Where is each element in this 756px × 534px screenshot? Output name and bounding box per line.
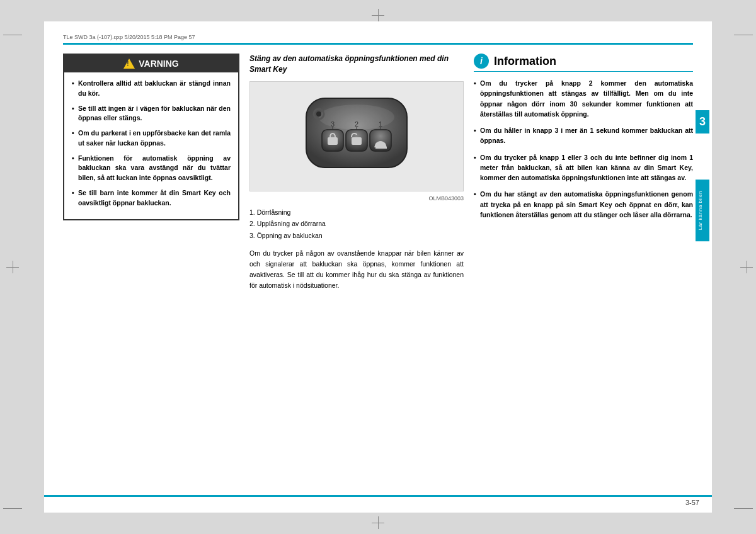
svg-text:2: 2 — [355, 120, 358, 128]
warning-header: VARNING — [64, 55, 238, 72]
top-decorative-line — [63, 43, 693, 45]
svg-text:3: 3 — [331, 120, 335, 128]
svg-rect-5 — [328, 137, 338, 145]
warning-item-1: Kontrollera alltid att bakluckan är stän… — [72, 79, 231, 99]
warning-item-5: Se till barn inte kommer åt din Smart Ke… — [72, 188, 231, 208]
info-item-1: Om du trycker på knapp 2 kommer den auto… — [474, 78, 693, 119]
key-label-3: 3. Öppning av bakluckan — [249, 230, 464, 242]
info-item-2: Om du håller in knapp 3 i mer än 1 sekun… — [474, 125, 693, 146]
info-item-3: Om du trycker på knapp 1 eller 3 och du … — [474, 152, 693, 183]
warning-item-3: Om du parkerat i en uppförsbacke kan det… — [72, 128, 231, 149]
smart-key-image: 3 2 1 — [249, 81, 464, 191]
bottom-decorative-line — [44, 495, 712, 497]
key-label-2: 2. Upplåsning av dörrarna — [249, 218, 464, 230]
trim-mark — [3, 508, 22, 509]
information-column: i Information Om du trycker på knapp 2 k… — [474, 54, 693, 290]
key-label-1: 1. Dörrlåsning — [249, 207, 464, 219]
side-label: Lär känna bilen — [696, 179, 709, 241]
page-content: TLe SWD 3a (-107).qxp 5/20/2015 5:18 PM … — [44, 21, 712, 513]
info-list: Om du trycker på knapp 2 kommer den auto… — [474, 78, 693, 220]
info-item-4: Om du har stängt av den automatiska öppn… — [474, 189, 693, 220]
key-labels: 1. Dörrlåsning 2. Upplåsning av dörrarna… — [249, 207, 464, 242]
chapter-number: 3 — [696, 110, 709, 134]
file-header: TLe SWD 3a (-107).qxp 5/20/2015 5:18 PM … — [63, 34, 693, 40]
middle-section-title: Stäng av den automatiska öppningsfunktio… — [249, 54, 464, 75]
registration-mark-left — [6, 261, 19, 273]
middle-body-text: Om du trycker på någon av ovanstående kn… — [249, 248, 464, 290]
page-number: 3-57 — [685, 499, 699, 506]
registration-mark-right — [740, 261, 753, 273]
svg-point-3 — [316, 111, 321, 116]
file-info: TLe SWD 3a (-107).qxp 5/20/2015 5:18 PM … — [63, 34, 195, 40]
trim-mark — [734, 508, 753, 509]
info-header: i Information — [474, 54, 693, 72]
trim-mark — [734, 35, 753, 35]
trim-mark — [3, 35, 22, 35]
warning-box: VARNING Kontrollera alltid att bakluckan… — [63, 54, 239, 220]
warning-column: VARNING Kontrollera alltid att bakluckan… — [63, 54, 239, 290]
registration-mark-top — [372, 9, 384, 21]
middle-column: Stäng av den automatiska öppningsfunktio… — [249, 54, 464, 290]
warning-item-2: Se till att ingen är i vägen för bakluck… — [72, 104, 231, 124]
info-icon: i — [474, 54, 489, 69]
warning-triangle-icon — [123, 59, 135, 69]
info-body: Om du trycker på knapp 2 kommer den auto… — [474, 78, 693, 220]
warning-title: VARNING — [139, 59, 179, 69]
smart-key-svg: 3 2 1 — [287, 92, 426, 180]
warning-list: Kontrollera alltid att bakluckan är stän… — [72, 79, 231, 208]
svg-text:1: 1 — [379, 120, 382, 128]
warning-item-4: Funktionen för automatisk öppning av bak… — [72, 154, 231, 183]
main-content-area: VARNING Kontrollera alltid att bakluckan… — [63, 54, 693, 290]
image-caption: OLMB043003 — [249, 195, 464, 202]
svg-rect-9 — [375, 147, 387, 149]
registration-mark-bottom — [372, 516, 384, 529]
info-title: Information — [494, 55, 556, 68]
warning-body: Kontrollera alltid att bakluckan är stän… — [64, 72, 238, 219]
svg-rect-7 — [352, 137, 362, 145]
